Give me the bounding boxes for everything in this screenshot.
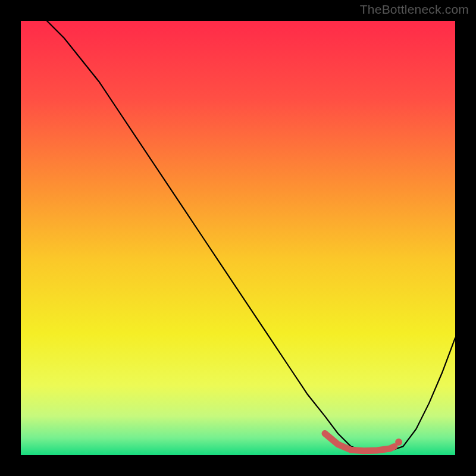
chart-frame: TheBottleneck.com (0, 0, 476, 476)
chart-svg (21, 21, 455, 455)
watermark-text: TheBottleneck.com (360, 2, 469, 17)
gradient-background (21, 21, 455, 455)
optimal-range-end-dot (395, 439, 402, 446)
plot-area (21, 21, 455, 455)
